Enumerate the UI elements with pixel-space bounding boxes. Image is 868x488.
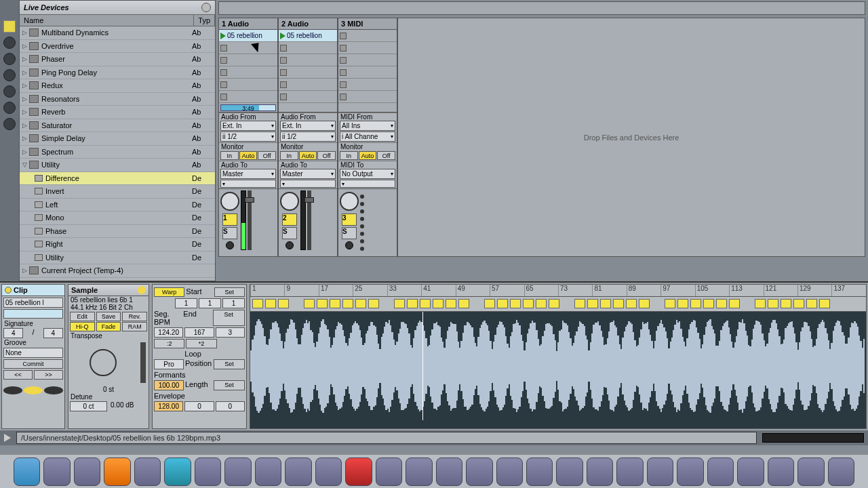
warp-marker[interactable] [768, 299, 778, 308]
sig-num[interactable]: 4 [3, 328, 23, 338]
hiq-button[interactable]: Hi-Q [70, 322, 95, 331]
play-icon[interactable] [220, 33, 226, 39]
warp-marker[interactable] [703, 299, 714, 308]
ruler-tick[interactable]: 41 [421, 285, 455, 296]
clip-slot[interactable]: 05 rebellion [219, 30, 277, 42]
monitor-in[interactable]: In [340, 151, 358, 160]
warp-marker[interactable] [781, 299, 791, 308]
formants-val[interactable]: 100.00 [154, 380, 184, 390]
finder-icon[interactable] [14, 458, 40, 486]
clip-slot[interactable] [279, 91, 337, 103]
warp-marker[interactable] [536, 299, 547, 308]
set-end-button[interactable]: Set [213, 310, 245, 326]
col-type[interactable]: Typ [194, 15, 215, 26]
clip-slot[interactable] [219, 66, 277, 79]
app-icon[interactable] [345, 458, 372, 486]
output-select[interactable]: No Output [340, 169, 395, 179]
device-row[interactable]: ▷ReverbAb [20, 106, 215, 119]
len-val[interactable]: 0 [184, 401, 214, 411]
browser-1-icon[interactable] [3, 37, 16, 49]
warp-marker[interactable] [446, 299, 456, 308]
clip-slot[interactable] [219, 79, 277, 91]
half-button[interactable]: :2 [154, 339, 184, 348]
warp-marker[interactable] [729, 299, 740, 308]
app-icon[interactable] [707, 458, 734, 486]
output-select[interactable]: Master [280, 169, 336, 179]
channel-select[interactable]: ii 1/2 [220, 131, 276, 142]
track-activator[interactable]: 2 [282, 214, 297, 226]
device-row[interactable]: ▷SaturatorAb [20, 119, 215, 133]
solo-button[interactable]: S [342, 227, 357, 239]
device-row[interactable]: ▷SpectrumAb [20, 146, 215, 159]
warp-marker[interactable] [407, 299, 418, 308]
play-icon[interactable] [280, 33, 285, 39]
clip-slot[interactable] [338, 79, 397, 91]
ical-icon[interactable] [315, 458, 342, 486]
device-row[interactable]: ▽UtilityAb [20, 159, 215, 172]
app-icon[interactable] [828, 458, 854, 486]
warp-marker[interactable] [420, 299, 431, 308]
bpm-val[interactable]: 124.20 [154, 327, 183, 338]
ruler-tick[interactable]: 17 [319, 285, 353, 296]
app-icon[interactable] [616, 458, 643, 486]
warp-marker[interactable] [549, 299, 559, 308]
device-child-row[interactable]: DifferenceDe [20, 172, 215, 186]
track-activator[interactable]: 3 [342, 214, 357, 226]
warp-marker[interactable] [600, 299, 611, 308]
set-pos-button[interactable]: Set [214, 359, 245, 369]
detune-val[interactable]: 0 ct [70, 401, 107, 411]
double-button[interactable]: *2 [186, 339, 216, 348]
warp-marker[interactable] [574, 299, 585, 308]
ruler-tick[interactable]: 97 [660, 285, 694, 296]
device-child-row[interactable]: MonoDe [20, 211, 215, 225]
monitor-off[interactable]: Off [258, 151, 276, 160]
sig-den[interactable]: 4 [43, 328, 63, 338]
input-select[interactable]: All Ins [340, 121, 395, 131]
app-icon[interactable] [768, 458, 794, 486]
device-child-row[interactable]: RightDe [20, 238, 215, 251]
warp-marker[interactable] [458, 299, 469, 308]
drop-area[interactable]: Drop Files and Devices Here [397, 18, 865, 257]
ruler-tick[interactable]: 105 [695, 285, 729, 296]
ruler-tick[interactable]: 25 [353, 285, 387, 296]
pan-knob[interactable] [280, 192, 299, 211]
warp-marker[interactable] [523, 299, 534, 308]
next-button[interactable]: >> [34, 370, 63, 380]
device-child-row[interactable]: PhaseDe [20, 225, 215, 239]
prev-button[interactable]: << [3, 370, 33, 380]
device-row[interactable]: ▷OverdriveAb [20, 40, 215, 54]
ruler-tick[interactable]: 73 [558, 285, 592, 296]
skype-icon[interactable] [164, 458, 191, 486]
ruler-tick[interactable]: 81 [592, 285, 626, 296]
dot-icon[interactable] [3, 386, 22, 394]
warp-marker[interactable] [355, 299, 366, 308]
warp-marker[interactable] [716, 299, 727, 308]
clip-activator-icon[interactable] [5, 287, 12, 293]
device-child-row[interactable]: LeftDe [20, 199, 215, 212]
track-activator[interactable]: 1 [222, 214, 237, 226]
clip-slot[interactable] [219, 42, 277, 54]
start-beat[interactable]: 1 [199, 298, 221, 308]
clip-slot[interactable]: 05 rebellion [279, 30, 337, 42]
input-select[interactable]: Ext. In [220, 121, 276, 131]
warp-marker[interactable] [755, 299, 766, 308]
clip-slot[interactable] [219, 54, 277, 66]
set-start-button[interactable]: Set [214, 287, 245, 297]
track-header[interactable]: 2 Audio [279, 18, 337, 30]
monitor-in[interactable]: In [280, 151, 298, 160]
warp-marker[interactable] [587, 299, 598, 308]
sample-toggle-icon[interactable] [138, 286, 146, 294]
device-row[interactable]: ▷Multiband DynamicsAb [20, 26, 215, 40]
ruler-tick[interactable]: 57 [490, 285, 524, 296]
clip-slot[interactable] [279, 54, 337, 66]
warp-marker[interactable] [793, 299, 804, 308]
warp-marker[interactable] [626, 299, 637, 308]
warp-marker[interactable] [806, 299, 817, 308]
set-len-button[interactable]: Set [214, 380, 245, 390]
firefox-icon[interactable] [104, 458, 130, 486]
gear-icon[interactable] [201, 3, 211, 12]
end-val2[interactable]: 3 [216, 327, 245, 338]
monitor-auto[interactable]: Auto [359, 151, 377, 160]
monitor-off[interactable]: Off [377, 151, 395, 160]
app-icon[interactable] [556, 458, 583, 486]
